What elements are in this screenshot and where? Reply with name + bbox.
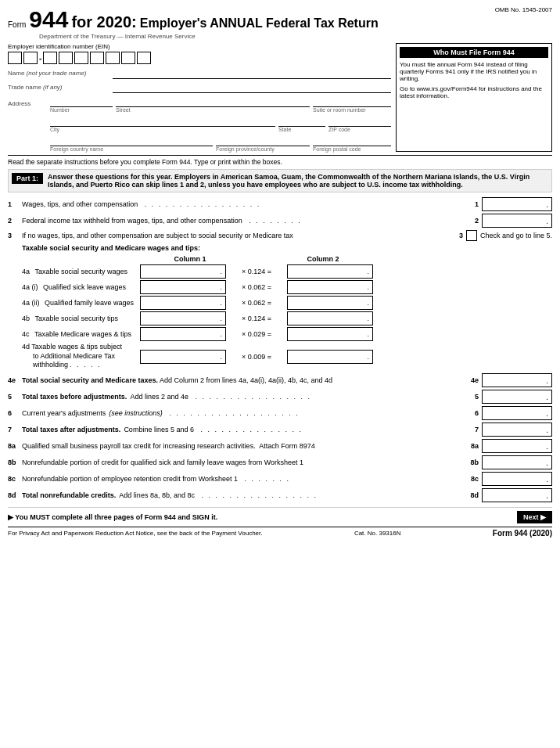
ein-box-5[interactable] [74, 52, 88, 64]
ein-box-4[interactable] [59, 52, 73, 64]
line-8d-ref: 8d [461, 491, 479, 499]
ein-box-9[interactable] [137, 52, 151, 64]
address-row1: Number Street Suite or room number [50, 95, 391, 113]
form-subtitle: Department of the Treasury — Internal Re… [39, 33, 495, 40]
line-8a-ref: 8a [461, 442, 479, 450]
address-province-label: Foreign province/county [216, 146, 310, 152]
address-postal-input[interactable] [313, 134, 391, 146]
form-number: 944 [29, 6, 68, 33]
line-1-desc: Wages, tips, and other compensation . . … [22, 200, 461, 208]
page-footer: For Privacy Act and Paperwork Reduction … [8, 527, 552, 538]
line-1-input[interactable]: . [482, 197, 552, 211]
line-8c-num: 8c [8, 475, 19, 483]
line-7-input[interactable]: . [482, 423, 552, 437]
line-1-num: 1 [8, 200, 19, 208]
address-city-label: City [50, 127, 275, 132]
line-4aii-row: 4a (ii) Qualified family leave wages . ×… [8, 296, 552, 310]
address-city-input[interactable] [50, 114, 275, 127]
ein-box-6[interactable] [90, 52, 104, 64]
privacy-text: For Privacy Act and Paperwork Reduction … [8, 530, 263, 537]
line-5-desc: Total taxes before adjustments. Add line… [22, 393, 461, 401]
line-4ai-desc: 4a (i) Qualified sick leave wages [8, 283, 137, 291]
line-2-dots: . . . . . . . . [246, 217, 458, 225]
line-3-checkbox-label: Check and go to line 5. [480, 232, 552, 239]
line-5-dots: . . . . . . . . . . . . . . . . . [192, 393, 458, 401]
line-4a-desc: 4a Taxable social security wages [8, 268, 137, 275]
ein-box-3[interactable] [43, 52, 57, 64]
ein-box-7[interactable] [106, 52, 120, 64]
line-4c-row: 4c Taxable Medicare wages & tips . × 0.0… [8, 327, 552, 341]
line-4b-col1-input[interactable]: . [140, 311, 226, 325]
part1-label: Part 1: [12, 173, 43, 184]
ein-label: Employer identification number (EIN) [8, 43, 391, 50]
line-4aii-col1-input[interactable]: . [140, 296, 226, 310]
line-1-dots: . . . . . . . . . . . . . . . . . [141, 200, 458, 208]
ein-field-row: Employer identification number (EIN) - [8, 43, 391, 64]
line-4b-multiplier: × 0.124 = [229, 315, 284, 322]
line-8c-desc: Nonrefundable portion of employee retent… [22, 475, 458, 483]
line-1-ref: 1 [465, 200, 479, 208]
line-4b-col2-input[interactable]: . [287, 311, 373, 325]
name-input[interactable] [113, 67, 391, 79]
ein-box-2[interactable] [23, 52, 38, 64]
line-8d-input[interactable]: . [482, 488, 552, 502]
line-4d-row: 4d Taxable wages & tips subject to Addit… [8, 343, 552, 370]
line-4c-desc: 4c Taxable Medicare wages & tips [8, 330, 137, 338]
line-5-num: 5 [8, 393, 19, 401]
line-3-ref: 3 [449, 232, 463, 239]
line-8d-row: 8d Total nonrefundable credits. Add line… [8, 488, 552, 502]
address-street-input[interactable] [116, 95, 310, 107]
line-4e-input[interactable]: . [482, 373, 552, 387]
address-main-label: Address [8, 100, 47, 107]
address-number-input[interactable] [50, 95, 113, 107]
line-8b-input[interactable]: . [482, 455, 552, 469]
line-8c-input[interactable]: . [482, 472, 552, 486]
line-4d-col1-input[interactable]: . [140, 350, 226, 364]
line-4a-col2-input[interactable]: . [287, 264, 373, 279]
line-4ai-col2-input[interactable]: . [287, 280, 373, 294]
address-state-input[interactable] [278, 114, 325, 127]
line-4a-col1-input[interactable]: . [140, 264, 226, 279]
line-4c-col2-input[interactable]: . [287, 327, 373, 341]
address-country-input[interactable] [50, 134, 213, 146]
line-7-desc: Total taxes after adjustments. Combine l… [22, 426, 461, 433]
line-3-checkbox[interactable] [466, 230, 477, 241]
ein-input-row: - [8, 52, 391, 64]
next-button[interactable]: Next ▶ [517, 511, 552, 523]
line-4ai-multiplier: × 0.062 = [229, 283, 284, 291]
line-5-input[interactable]: . [482, 390, 552, 404]
address-suite-input[interactable] [313, 95, 391, 107]
line-6-input[interactable]: . [482, 406, 552, 420]
omb-number: OMB No. 1545-2007 [495, 6, 552, 13]
line-2-input[interactable]: . [482, 214, 552, 228]
ein-boxes: - [8, 52, 151, 64]
trade-input[interactable] [113, 81, 391, 93]
ein-box-8[interactable] [121, 52, 135, 64]
sign-note: ▶ You MUST complete all three pages of F… [8, 513, 217, 521]
address-province-input[interactable] [216, 134, 310, 146]
address-zip-input[interactable] [328, 114, 391, 127]
trade-label: Trade name (if any) [8, 84, 109, 91]
line-4ai-col1-input[interactable]: . [140, 280, 226, 294]
who-must-file-title: Who Must File Form 944 [400, 47, 548, 58]
form-year: for 2020: [71, 13, 136, 31]
line-4aii-multiplier: × 0.062 = [229, 299, 284, 307]
part1-text: Answer these questions for this year. Em… [48, 173, 548, 189]
line-7-row: 7 Total taxes after adjustments. Combine… [8, 423, 552, 437]
address-suite-label: Suite or room number [313, 107, 391, 113]
line-2-num: 2 [8, 217, 19, 225]
line-8a-desc: Qualified small business payroll tax cre… [22, 442, 458, 450]
line-8a-input[interactable]: . [482, 439, 552, 453]
line-4aii-col2-input[interactable]: . [287, 296, 373, 310]
line-4c-col1-input[interactable]: . [140, 327, 226, 341]
ein-box-1[interactable] [8, 52, 22, 64]
line-4c-multiplier: × 0.029 = [229, 330, 284, 338]
line-1-row: 1 Wages, tips, and other compensation . … [8, 197, 552, 211]
line-4d-desc: 4d Taxable wages & tips subject to Addit… [8, 343, 137, 370]
line-2-desc: Federal income tax withheld from wages, … [22, 217, 461, 225]
line-4d-multiplier: × 0.009 = [229, 353, 284, 361]
line-2-row: 2 Federal income tax withheld from wages… [8, 214, 552, 228]
address-zip-label: ZIP code [328, 127, 391, 132]
address-country-label: Foreign country name [50, 146, 213, 152]
line-4d-col2-input[interactable]: . [287, 350, 373, 364]
